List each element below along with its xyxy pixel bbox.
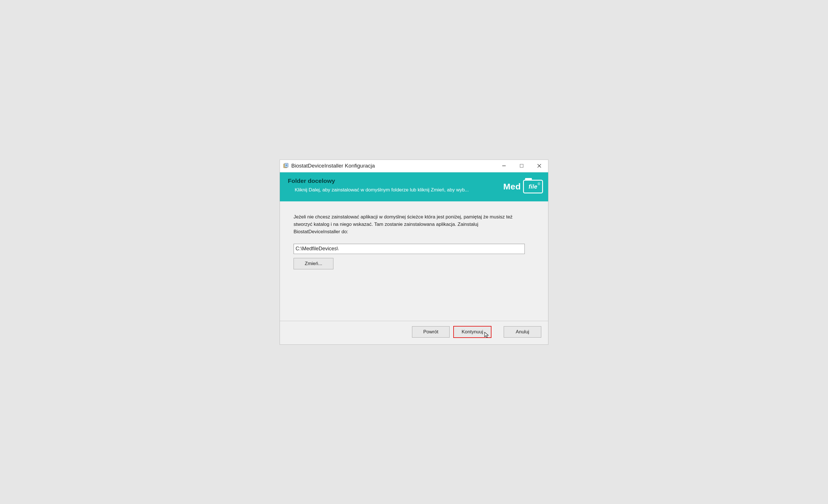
window-title: BiostatDeviceInstaller Konfiguracja <box>291 163 495 169</box>
banner: Folder docelowy Kliknij Dalej, aby zains… <box>280 172 548 201</box>
desktop-background: BiostatDeviceInstaller Konfiguracja Fold <box>215 131 613 373</box>
minimize-button[interactable] <box>495 160 513 172</box>
change-folder-button[interactable]: Zmień... <box>294 258 333 269</box>
svg-point-2 <box>286 165 287 166</box>
cancel-button[interactable]: Anuluj <box>504 326 541 337</box>
installer-icon <box>283 163 289 169</box>
instruction-text: Jeżeli nie chcesz zainstalować aplikacji… <box>294 213 515 236</box>
install-path-input[interactable] <box>294 244 525 254</box>
titlebar[interactable]: BiostatDeviceInstaller Konfiguracja <box>280 160 548 172</box>
installer-window: BiostatDeviceInstaller Konfiguracja Fold <box>280 159 548 345</box>
banner-subtitle: Kliknij Dalej, aby zainstalować w domyśl… <box>288 187 493 193</box>
footer-buttons: Powrót Kontynuuj Anuluj <box>280 321 548 345</box>
logo-text-med: Med <box>503 182 521 191</box>
brand-logo: Med file ® <box>503 180 543 193</box>
continue-button[interactable]: Kontynuuj <box>454 326 491 337</box>
maximize-button <box>513 160 531 172</box>
content-area: Jeżeli nie chcesz zainstalować aplikacji… <box>280 201 548 321</box>
back-button[interactable]: Powrót <box>412 326 450 337</box>
registered-mark: ® <box>538 182 540 186</box>
window-controls <box>495 160 548 172</box>
banner-title: Folder docelowy <box>288 178 540 184</box>
close-button[interactable] <box>531 160 548 172</box>
svg-rect-4 <box>520 165 523 168</box>
